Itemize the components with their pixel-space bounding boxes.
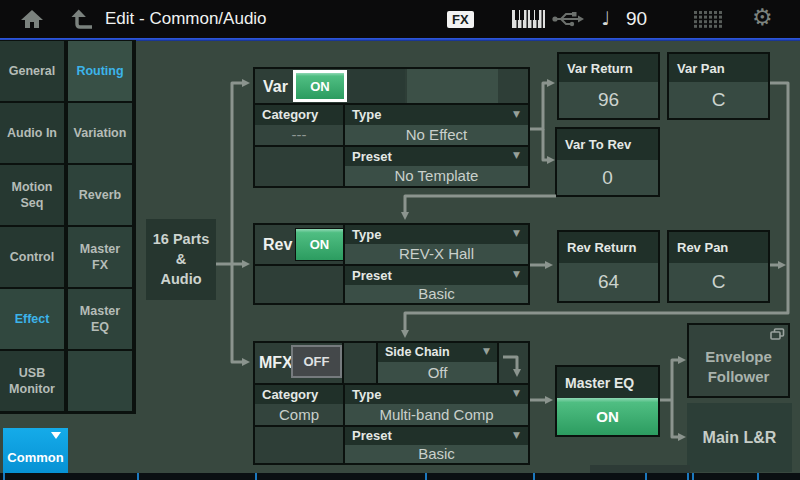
- mfx-type-dropdown[interactable]: Type: [345, 385, 528, 404]
- strip-tick: [645, 473, 647, 480]
- tempo-note-icon[interactable]: ♩: [601, 7, 610, 29]
- main-lr-output: Main L&R: [687, 403, 792, 472]
- source-16-parts-audio: 16 Parts & Audio: [146, 219, 216, 300]
- usb-icon[interactable]: [551, 10, 585, 28]
- var-pan-box: Var Pan C: [667, 52, 770, 120]
- var-category-value[interactable]: ---: [255, 125, 343, 145]
- variation-block: Var ON Category --- Type ▼ No Effect Pre…: [253, 67, 530, 188]
- mfx-preset-dropdown[interactable]: Preset: [345, 427, 528, 445]
- var-preset-value[interactable]: No Template: [345, 166, 528, 186]
- rev-on-button[interactable]: ON: [295, 228, 344, 261]
- strip-tick: [255, 473, 257, 480]
- var-return-label: Var Return: [559, 54, 658, 82]
- mfx-side-chain-dropdown[interactable]: Side Chain: [378, 343, 497, 362]
- rev-preset-dropdown[interactable]: Preset: [345, 266, 528, 285]
- mfx-type-value[interactable]: Multi-band Comp: [345, 404, 528, 425]
- rev-pan-label: Rev Pan: [669, 232, 768, 263]
- rev-label: Rev: [263, 236, 292, 254]
- var-label: Var: [263, 78, 288, 96]
- master-eq-label: Master EQ: [557, 367, 658, 398]
- strip-tick: [692, 473, 694, 480]
- tab-reverb[interactable]: Reverb: [68, 165, 132, 225]
- tab-master-eq[interactable]: Master EQ: [68, 289, 132, 349]
- mfx-label: MFX: [259, 354, 293, 372]
- part-selector-common[interactable]: Common: [3, 428, 68, 473]
- settings-gear-icon[interactable]: ⚙: [752, 4, 773, 30]
- var-preset-dropdown[interactable]: Preset: [345, 147, 528, 166]
- sidebar-item-motion-seq[interactable]: Motion Seq: [0, 165, 64, 225]
- var-pan-value[interactable]: C: [669, 82, 768, 118]
- sidebar-item-control[interactable]: Control: [0, 227, 64, 287]
- var-empty-cell: [350, 69, 405, 103]
- tab-variation[interactable]: Variation: [68, 103, 132, 163]
- var-on-button[interactable]: ON: [293, 70, 347, 102]
- var-type-value[interactable]: No Effect: [345, 125, 528, 145]
- chevron-down-icon: ▼: [513, 270, 520, 279]
- mfx-category-value[interactable]: Comp: [255, 404, 343, 425]
- sidebar-item-usb-monitor[interactable]: USB Monitor: [0, 351, 64, 411]
- bottom-shade: [590, 465, 690, 473]
- part-selector-label: Common: [3, 450, 68, 465]
- strip-tick: [137, 473, 139, 480]
- master-eq-on-button[interactable]: ON: [557, 398, 658, 435]
- page-title: Edit - Common/Audio: [105, 0, 267, 38]
- chevron-down-icon: ▼: [483, 347, 490, 356]
- popup-window-icon: [770, 328, 785, 340]
- sidebar-item-general[interactable]: General: [0, 41, 64, 101]
- pattern-grid-icon[interactable]: [694, 11, 722, 28]
- chevron-down-icon: ▼: [513, 389, 520, 398]
- chevron-down-icon: ▼: [513, 431, 520, 440]
- master-fx-block: MFX OFF Side Chain ▼ Off Category Comp T…: [253, 341, 530, 465]
- mfx-preset-value[interactable]: Basic: [345, 445, 528, 463]
- strip-tick: [425, 473, 427, 480]
- chevron-down-icon: ▼: [513, 151, 520, 160]
- mfx-off-button[interactable]: OFF: [291, 345, 342, 378]
- rev-type-dropdown[interactable]: Type: [345, 225, 528, 244]
- mfx-category-header: Category: [255, 385, 343, 404]
- var-type-dropdown[interactable]: Type: [345, 105, 528, 125]
- var-return-value[interactable]: 96: [559, 82, 658, 118]
- rev-pan-box: Rev Pan C: [667, 230, 770, 303]
- tempo-value[interactable]: 90: [626, 8, 647, 30]
- bottom-strip: [0, 473, 800, 480]
- fx-indicator[interactable]: FX: [447, 11, 474, 28]
- var-empty-cell: [407, 69, 498, 103]
- var-to-rev-value[interactable]: 0: [557, 160, 658, 195]
- rev-pan-value[interactable]: C: [669, 263, 768, 301]
- var-category-header: Category: [255, 105, 343, 125]
- rev-type-value[interactable]: REV-X Hall: [345, 244, 528, 264]
- var-to-rev-label: Var To Rev: [557, 129, 658, 160]
- sidebar-item-effect[interactable]: Effect: [0, 289, 64, 349]
- master-eq-box: Master EQ ON: [555, 365, 660, 437]
- rev-preset-value[interactable]: Basic: [345, 285, 528, 303]
- rev-return-label: Rev Return: [559, 232, 658, 263]
- var-pan-label: Var Pan: [669, 54, 768, 82]
- tab-routing[interactable]: Routing: [68, 41, 132, 101]
- modx-edit-screen: Edit - Common/Audio FX ♩ 90: [0, 0, 800, 480]
- keyboard-icon[interactable]: [512, 10, 545, 29]
- strip-tick: [533, 473, 535, 480]
- home-icon[interactable]: [20, 9, 44, 29]
- reverb-block: Rev ON Type ▼ REV-X Hall Preset ▼ Basic: [253, 223, 530, 305]
- mfx-side-chain-value[interactable]: Off: [378, 362, 497, 383]
- sidebar-item-audio-in[interactable]: Audio In: [0, 103, 64, 163]
- top-bar: Edit - Common/Audio FX ♩ 90: [0, 0, 800, 38]
- chevron-down-icon: ▼: [513, 229, 520, 238]
- back-up-icon[interactable]: [70, 8, 94, 30]
- strip-tick: [757, 473, 759, 480]
- part-selector-dropdown-icon: [51, 432, 61, 439]
- var-to-rev-box: Var To Rev 0: [555, 127, 660, 197]
- tab-empty: [68, 351, 132, 411]
- tab-master-fx[interactable]: Master FX: [68, 227, 132, 287]
- strip-tick: [3, 473, 5, 480]
- chevron-down-icon: ▼: [513, 110, 520, 119]
- rev-return-value[interactable]: 64: [559, 263, 658, 301]
- strip-tick: [687, 473, 689, 480]
- rev-return-box: Rev Return 64: [557, 230, 660, 303]
- var-return-box: Var Return 96: [557, 52, 660, 120]
